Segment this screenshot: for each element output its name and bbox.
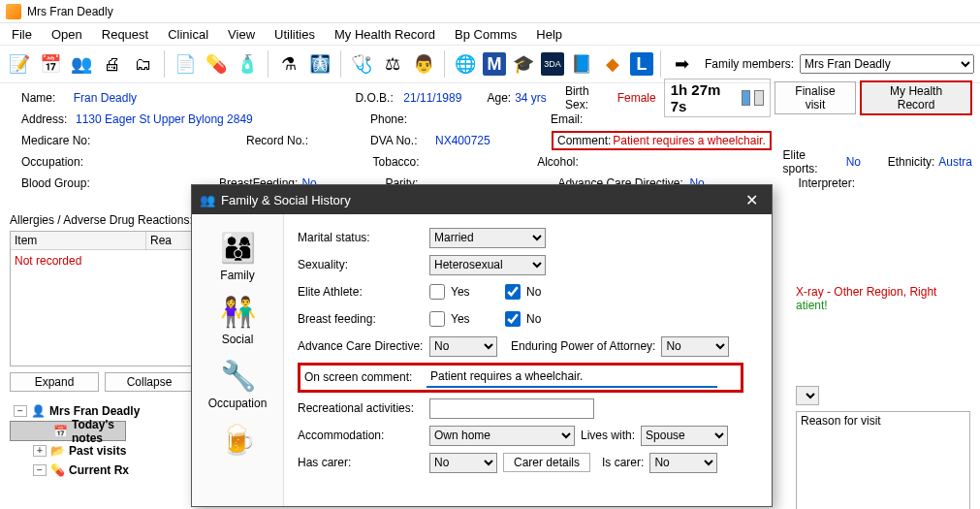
menu-view[interactable]: View <box>218 25 265 44</box>
tool-xray-icon[interactable]: 🩻 <box>306 50 333 78</box>
reason-for-visit-box[interactable]: Reason for visit <box>796 411 970 509</box>
menu-open[interactable]: Open <box>42 25 92 44</box>
menu-help[interactable]: Help <box>526 25 572 44</box>
bf-yes-check[interactable] <box>429 311 445 327</box>
title-bar: Mrs Fran Deadly <box>0 0 980 23</box>
menu-mhr[interactable]: My Health Record <box>325 25 445 44</box>
tree-past[interactable]: + 📂 Past visits <box>10 441 194 461</box>
accom-select[interactable]: Own home <box>429 426 575 446</box>
bf-no-check[interactable] <box>505 311 521 327</box>
dva-label: DVA No.: <box>370 134 431 147</box>
side-family[interactable]: 👨‍👩‍👦 Family <box>199 222 276 286</box>
family-social-history-dialog: 👥 Family & Social History ✕ 👨‍👩‍👦 Family… <box>191 184 773 507</box>
lives-label: Lives with: <box>581 429 635 442</box>
allergies-list[interactable]: Item Rea Not recorded <box>10 231 194 366</box>
onscreen-comment-input[interactable] <box>427 367 717 388</box>
tool-exit-icon[interactable]: ➡ <box>668 50 695 78</box>
tool-diamond-icon[interactable]: ◆ <box>599 50 626 78</box>
expand-icon[interactable]: + <box>33 445 47 457</box>
side-occupation[interactable]: 🔧 Occupation <box>199 350 276 414</box>
menu-request[interactable]: Request <box>92 25 158 44</box>
tool-bottle-icon[interactable]: 🧴 <box>234 50 261 78</box>
menu-clinical[interactable]: Clinical <box>158 25 218 44</box>
carer-details-button[interactable]: Carer details <box>503 453 590 472</box>
bf-label: Breast feeding: <box>298 312 424 326</box>
family-members-label: Family members: <box>705 57 794 71</box>
dialog-title: Family & Social History <box>221 193 351 207</box>
window-title: Mrs Fran Deadly <box>27 5 113 18</box>
right-panel: X-ray - Other Region, Right atient! Reas… <box>796 213 970 509</box>
email-label: Email: <box>551 112 583 126</box>
side-alcohol[interactable]: 🍺 <box>199 414 276 464</box>
collapse-icon[interactable]: − <box>33 464 47 476</box>
tool-m-icon[interactable]: M <box>483 52 506 76</box>
tool-book-icon[interactable]: 📘 <box>568 50 595 78</box>
tool-cards-icon[interactable]: 🗂 <box>130 50 157 78</box>
tool-doc-icon[interactable]: 📄 <box>172 50 199 78</box>
sexuality-label: Sexuality: <box>298 258 424 271</box>
address-value[interactable]: 1130 Eager St Upper Bylong 2849 <box>76 112 366 126</box>
phone-label: Phone: <box>370 112 547 126</box>
age-label: Age: <box>487 91 511 105</box>
col-reaction[interactable]: Rea <box>146 232 193 249</box>
my-health-record-button[interactable]: My Health Record <box>860 80 972 115</box>
interpreter-label: Interpreter: <box>798 176 855 190</box>
timer-play-icon[interactable] <box>754 90 764 106</box>
tool-grad-icon[interactable]: 🎓 <box>510 50 537 78</box>
tool-print-icon[interactable]: 🖨 <box>99 50 126 78</box>
tool-stetho-icon[interactable]: 🩺 <box>348 50 375 78</box>
iscarer-select[interactable]: No <box>649 453 717 473</box>
tree-today[interactable]: 📅 Today's notes <box>10 421 126 441</box>
side-social[interactable]: 👫 Social <box>199 286 276 350</box>
person-icon: 👤 <box>31 404 46 418</box>
menu-bpcomms[interactable]: Bp Comms <box>445 25 526 44</box>
menu-utilities[interactable]: Utilities <box>265 25 325 44</box>
tool-3da-icon[interactable]: 3DA <box>541 52 564 76</box>
epa-select[interactable]: No <box>661 336 729 357</box>
elite-label: Elite Athlete: <box>298 285 424 299</box>
onscreen-label: On screen comment: <box>304 370 421 384</box>
tool-note-icon[interactable]: 📝 <box>6 50 33 78</box>
bloodgroup-label: Blood Group: <box>21 176 215 190</box>
dropdown[interactable] <box>796 386 819 405</box>
expand-button[interactable]: Expand <box>10 372 99 392</box>
tool-flask-icon[interactable]: ⚗ <box>275 50 302 78</box>
tool-calendar-icon[interactable]: 📅 <box>37 50 64 78</box>
note-line-2: atient! <box>796 299 970 312</box>
tool-scales-icon[interactable]: ⚖ <box>379 50 406 78</box>
menu-file[interactable]: File <box>2 25 42 44</box>
close-icon[interactable]: ✕ <box>739 191 764 209</box>
marital-select[interactable]: Married <box>429 228 546 248</box>
pill-icon: 💊 <box>50 463 65 477</box>
beer-icon: 🍺 <box>216 418 259 461</box>
collapse-button[interactable]: Collapse <box>105 372 194 392</box>
epa-label: Enduring Power of Attorney: <box>511 339 655 353</box>
dialog-titlebar[interactable]: 👥 Family & Social History ✕ <box>192 185 772 214</box>
age-value: 34 yrs <box>515 91 561 105</box>
tree-rx[interactable]: − 💊 Current Rx <box>10 461 194 480</box>
sexuality-select[interactable]: Heterosexual <box>429 255 546 275</box>
comment-highlight: Comment: Patient requires a wheelchair. <box>552 131 772 150</box>
elite-no-check[interactable] <box>505 284 521 300</box>
app-icon <box>6 4 21 19</box>
finalise-visit-button[interactable]: Finalise visit <box>775 81 856 114</box>
tool-people-icon[interactable]: 👥 <box>68 50 95 78</box>
note-line-1: X-ray - Other Region, Right <box>796 285 970 299</box>
acd-select[interactable]: No <box>429 336 497 357</box>
name-value[interactable]: Fran Deadly <box>74 91 352 105</box>
col-item[interactable]: Item <box>11 232 146 249</box>
patient-header: Name: Fran Deadly D.O.B.: 21/11/1989 Age… <box>0 83 980 194</box>
hascarer-select[interactable]: No <box>429 453 497 473</box>
rec-input[interactable] <box>429 398 594 419</box>
tool-l-icon[interactable]: L <box>630 52 653 76</box>
lives-select[interactable]: Spouse <box>641 426 728 446</box>
tool-globe-icon[interactable]: 🌐 <box>452 50 479 78</box>
tool-person-icon[interactable]: 👨 <box>410 50 437 78</box>
elite-yes-check[interactable] <box>429 284 445 300</box>
family-members-select[interactable]: Mrs Fran Deadly <box>800 54 974 74</box>
timer-pause-icon[interactable] <box>742 90 751 106</box>
nav-tree: − 👤 Mrs Fran Deadly 📅 Today's notes + 📂 … <box>10 401 194 480</box>
tool-pill-icon[interactable]: 💊 <box>203 50 230 78</box>
birthsex-label: Birth Sex: <box>565 84 614 111</box>
collapse-icon[interactable]: − <box>14 405 27 417</box>
